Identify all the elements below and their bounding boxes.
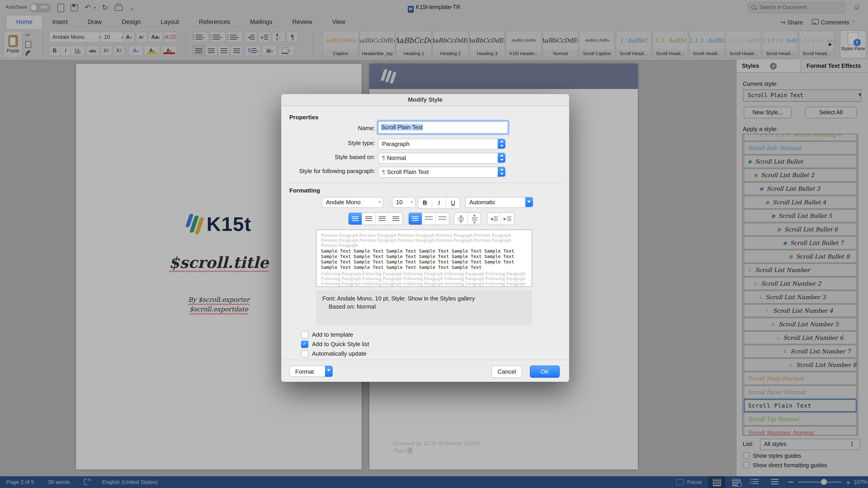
paragraph-spacing-group: ▲▼ ▼▲ <box>454 213 481 225</box>
justify-button[interactable] <box>389 213 402 225</box>
format-font-select[interactable]: Andale Mono <box>322 197 383 208</box>
double-space-button[interactable] <box>436 213 449 225</box>
word-app-window: AutoSave OFF ▾ WK15t-template-TR Search … <box>0 0 868 488</box>
decrease-indent-button[interactable]: ◀ <box>487 213 501 225</box>
modify-style-dialog: Modify Style Properties Name: Scroll Pla… <box>281 94 569 382</box>
style-name-input[interactable]: Scroll Plain Text <box>378 121 508 134</box>
cancel-button[interactable]: Cancel <box>491 365 522 378</box>
dialog-checkboxes: Add to template Add to Quick Style list … <box>301 330 369 358</box>
following-paragraph-preview: Following Paragraph Following Paragraph … <box>321 271 527 287</box>
checkbox-icon <box>301 340 308 348</box>
format-menu-button[interactable]: Format <box>289 365 333 377</box>
footer-divider <box>281 360 569 360</box>
dialog-checkbox[interactable]: Automatically update <box>301 349 369 358</box>
checkbox-icon <box>301 350 308 357</box>
properties-heading: Properties <box>289 114 318 121</box>
dialog-title: Modify Style <box>281 94 569 106</box>
paragraph-mark-icon: ¶ <box>382 155 385 161</box>
italic-button[interactable]: I <box>432 197 446 208</box>
bold-button[interactable]: B <box>418 197 432 208</box>
dialog-checkbox[interactable]: Add to template <box>301 330 369 339</box>
checkbox-icon <box>301 331 308 338</box>
single-space-button[interactable] <box>409 213 422 225</box>
chevron-down-icon <box>525 197 533 207</box>
paragraph-mark-icon: ¶ <box>382 168 385 175</box>
previous-paragraph-preview: Previous Paragraph Previous Paragraph Pr… <box>321 233 527 248</box>
increase-indent-button[interactable]: ▶ <box>501 213 514 225</box>
indent-group: ◀ ▶ <box>487 213 515 225</box>
stepper-icon <box>498 167 505 177</box>
style-description: Font: Andale Mono, 10 pt, Style: Show in… <box>316 290 532 325</box>
following-paragraph-select[interactable]: ¶Scroll Plain Text <box>378 167 505 177</box>
decrease-space-before-button[interactable]: ▼▲ <box>468 213 481 225</box>
style-type-label: Style type: <box>286 140 375 147</box>
name-label: Name: <box>286 125 375 131</box>
style-type-select[interactable]: Paragraph <box>378 139 505 150</box>
style-based-on-label: Style based on: <box>286 154 375 160</box>
font-color-select[interactable]: Automatic <box>465 197 533 208</box>
section-divider <box>287 183 563 183</box>
sample-text-preview: Sample Text Sample Text Sample Text Samp… <box>321 249 527 270</box>
chevron-down-icon <box>379 197 381 207</box>
alignment-group <box>348 213 403 225</box>
following-paragraph-label: Style for following paragraph: <box>286 168 375 174</box>
stepper-icon <box>498 153 505 163</box>
align-center-button[interactable] <box>362 213 376 225</box>
bold-italic-underline-group: B I U <box>418 197 460 209</box>
style-preview-box: Previous Paragraph Previous Paragraph Pr… <box>316 230 532 287</box>
align-left-button[interactable] <box>348 213 362 225</box>
format-size-select[interactable]: 10 <box>392 197 415 208</box>
chevron-down-icon <box>325 365 333 377</box>
underline-button[interactable]: U <box>446 197 460 208</box>
increase-space-before-button[interactable]: ▲▼ <box>454 213 468 225</box>
style-based-on-select[interactable]: ¶Normal <box>378 153 505 164</box>
one-half-space-button[interactable] <box>422 213 436 225</box>
line-spacing-group <box>408 213 450 225</box>
formatting-heading: Formatting <box>289 187 320 194</box>
stepper-icon <box>498 139 505 149</box>
align-right-button[interactable] <box>376 213 389 225</box>
ok-button[interactable]: OK <box>530 365 560 378</box>
chevron-down-icon <box>411 197 413 207</box>
dialog-checkbox[interactable]: Add to Quick Style list <box>301 339 369 349</box>
